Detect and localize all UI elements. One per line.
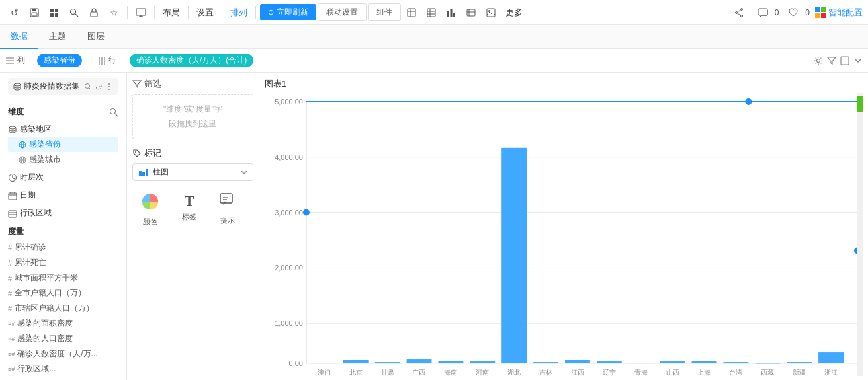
layer-icon — [8, 125, 17, 134]
measure-item-6[interactable]: ≡# 感染的人口密度 — [8, 331, 118, 346]
row-pill[interactable]: 确诊人数密度（人/万人）(合计) — [130, 54, 253, 67]
table-icon[interactable] — [402, 3, 421, 22]
refresh-btn-icon: ⊙ — [268, 8, 274, 17]
left-sidebar: 肺炎疫情数据集 维度 — [0, 73, 127, 380]
cross-table-icon[interactable] — [422, 3, 441, 22]
dim-group-date: 日期 — [0, 186, 126, 204]
svg-rect-2 — [32, 13, 37, 16]
comment-icon[interactable] — [754, 3, 772, 22]
layout-menu[interactable]: 布局 — [159, 7, 184, 19]
component-button[interactable]: 组件 — [368, 3, 401, 21]
datasource-search-icon[interactable] — [84, 83, 92, 91]
svg-point-28 — [740, 8, 742, 10]
mark-type-selector[interactable]: 柱图 — [132, 163, 253, 181]
svg-text:辽宁: 辽宁 — [603, 369, 616, 376]
svg-text:新疆: 新疆 — [793, 369, 806, 376]
tab-data[interactable]: 数据 — [0, 25, 38, 49]
svg-text:湖北: 湖北 — [507, 369, 521, 376]
chart-scrollbar[interactable] — [857, 93, 863, 376]
mark-icon — [132, 149, 142, 158]
color-circle-icon — [141, 192, 159, 214]
datasource-more-icon[interactable] — [105, 83, 113, 91]
hash-icon-2: # — [8, 274, 12, 282]
filter-funnel-icon — [132, 80, 142, 88]
svg-rect-26 — [487, 9, 495, 17]
settings-small-icon[interactable] — [814, 56, 823, 65]
save-icon[interactable] — [25, 3, 44, 22]
measures-section: 度量 # 累计确诊 # 累计死亡 # 城市面积平方千米 # 全市户籍人口（万） … — [0, 222, 126, 380]
measure-item-4[interactable]: # 市辖区户籍人口（万） — [8, 301, 118, 316]
text-table-icon[interactable] — [462, 3, 480, 22]
separator-4 — [222, 6, 222, 19]
measure-item-1[interactable]: # 累计死亡 — [8, 255, 118, 270]
svg-point-27 — [488, 10, 490, 12]
svg-rect-3 — [50, 9, 54, 12]
mark-option-tooltip[interactable]: 提示 — [210, 186, 245, 233]
dim-group-title-infection-area[interactable]: 感染地区 — [8, 122, 118, 137]
measure-item-8[interactable]: ≡# 行政区域... — [8, 361, 118, 377]
measure-item-5[interactable]: ≡# 感染的面积密度 — [8, 316, 118, 331]
dim-group-title-time[interactable]: 时层次 — [8, 170, 118, 185]
refresh-button[interactable]: ⊙ 立即刷新 — [260, 4, 316, 20]
mark-title: 标记 — [132, 147, 253, 159]
lock-icon[interactable] — [85, 3, 103, 22]
separator-2 — [154, 6, 155, 19]
chevron-down-icon[interactable] — [853, 56, 863, 65]
svg-rect-69 — [142, 172, 145, 176]
svg-rect-5 — [50, 13, 54, 17]
svg-point-29 — [740, 15, 742, 17]
svg-rect-88 — [312, 363, 337, 363]
svg-text:广西: 广西 — [413, 369, 426, 376]
grid-icon[interactable] — [45, 3, 64, 22]
svg-rect-23 — [467, 9, 475, 16]
shelf-bar: 列 感染省份 行 确诊人数密度（人/万人）(合计) — [0, 49, 868, 73]
expand-icon[interactable] — [840, 56, 849, 65]
tab-layer[interactable]: 图层 — [77, 25, 115, 49]
svg-rect-6 — [55, 13, 58, 17]
svg-point-7 — [71, 9, 76, 14]
like-icon[interactable] — [784, 3, 803, 22]
share-icon[interactable] — [730, 3, 748, 22]
mark-options: 颜色 T 标签 提示 — [132, 186, 253, 233]
mark-option-label[interactable]: T 标签 — [173, 186, 205, 233]
col-pill[interactable]: 感染省份 — [37, 54, 82, 67]
hash-icon-3: # — [8, 289, 12, 297]
datasource-refresh-icon[interactable] — [95, 83, 103, 91]
svg-text:海南: 海南 — [444, 369, 457, 376]
svg-line-31 — [737, 9, 740, 12]
measure-item-0[interactable]: # 累计确诊 — [8, 240, 118, 255]
measure-item-7[interactable]: ≡# 确诊人数密度（人/万... — [8, 346, 118, 361]
dim-item-infection-city[interactable]: 感染城市 — [8, 152, 118, 167]
datasource-row[interactable]: 肺炎疫情数据集 — [8, 78, 118, 95]
monitor-icon[interactable] — [132, 3, 150, 22]
svg-rect-41 — [841, 57, 849, 65]
separator-3 — [188, 6, 189, 19]
measure-item-2[interactable]: # 城市面积平方千米 — [8, 270, 118, 285]
refresh-icon[interactable]: ↺ — [5, 3, 24, 22]
settings-menu[interactable]: 设置 — [193, 7, 218, 19]
main-content: 肺炎疫情数据集 维度 — [0, 73, 868, 380]
dim-group-title-admin[interactable]: 行政区域 — [8, 206, 118, 221]
star-icon[interactable]: ☆ — [105, 3, 123, 22]
svg-rect-13 — [408, 9, 415, 17]
dim-item-infection-province[interactable]: 感染省份 — [8, 137, 118, 152]
tab-theme[interactable]: 主题 — [38, 25, 77, 49]
dim-group-title-date[interactable]: 日期 — [8, 188, 118, 203]
more-menu[interactable]: 更多 — [501, 7, 527, 19]
filter-icon[interactable] — [827, 56, 836, 65]
bar-chart-icon[interactable] — [442, 3, 460, 22]
link-settings-button[interactable]: 联动设置 — [318, 3, 367, 21]
image-icon[interactable] — [482, 3, 500, 22]
measure-item-3[interactable]: # 全市户籍人口（万） — [8, 285, 118, 301]
search-icon[interactable] — [65, 3, 83, 22]
mark-option-color[interactable]: 颜色 — [132, 186, 168, 233]
middle-panel: 筛选 "维度"或"度量"字 段拖拽到这里 标记 — [127, 73, 259, 380]
svg-point-124 — [745, 98, 752, 105]
svg-text:江西: 江西 — [571, 369, 584, 376]
svg-point-125 — [303, 209, 310, 216]
smart-config-button[interactable]: 智能配置 — [815, 7, 863, 19]
arrange-menu[interactable]: 排列 — [226, 7, 251, 19]
scrollbar-handle[interactable] — [857, 96, 863, 112]
dimension-search-icon[interactable] — [109, 108, 118, 117]
svg-text:1,000.00: 1,000.00 — [275, 319, 303, 327]
